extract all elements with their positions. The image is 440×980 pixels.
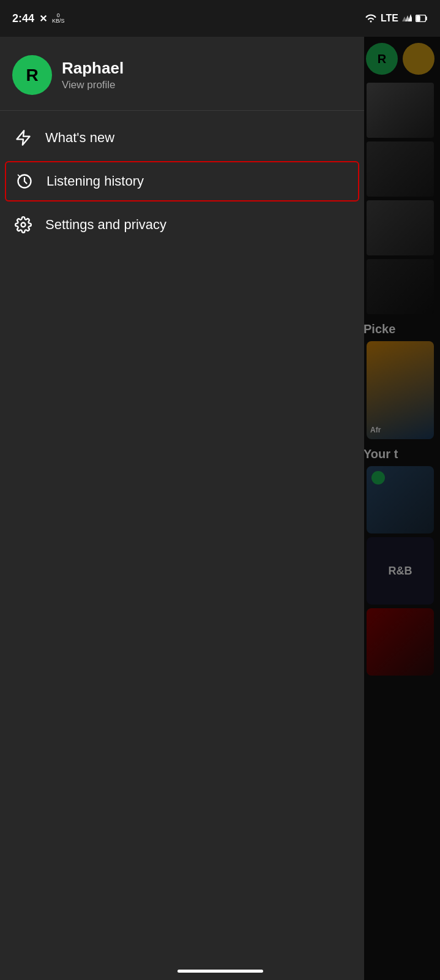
bg-album-card-2: [367, 141, 434, 197]
bg-album-card-4: [367, 259, 434, 314]
whats-new-label: What's new: [45, 130, 114, 146]
drawer-panel: R Raphael View profile What's new: [0, 37, 364, 980]
bg-yourtop-label: Your t: [360, 441, 401, 464]
bg-avatar-row: R: [360, 37, 440, 81]
bg-lana-card: [367, 608, 434, 676]
main-container: R Picke Afr Your t R: [0, 37, 440, 980]
profile-section[interactable]: R Raphael View profile: [0, 37, 364, 111]
svg-marker-3: [408, 14, 412, 21]
bg-album-card-1: [367, 83, 434, 138]
profile-name: Raphael: [62, 59, 124, 78]
status-right: LTE: [365, 13, 428, 24]
bg-avatar-yellow: [403, 43, 434, 75]
battery-icon: [416, 13, 428, 24]
menu-item-settings-privacy[interactable]: Settings and privacy: [0, 204, 364, 246]
history-icon: [15, 172, 34, 191]
svg-rect-5: [417, 16, 420, 21]
lightning-icon: [13, 128, 33, 148]
menu-item-listening-history[interactable]: Listening history: [5, 161, 359, 202]
bg-right-panel: R Picke Afr Your t R: [360, 37, 440, 980]
bg-large-afro-card: Afr: [367, 341, 434, 439]
bg-avatar-green: R: [366, 43, 398, 75]
status-bar: 2:44 ✕ 0 KB/S LTE: [0, 0, 440, 37]
lte-label: LTE: [381, 13, 398, 24]
bg-rnb-card: R&B: [367, 537, 434, 605]
signal-icon: [402, 13, 412, 24]
svg-point-0: [370, 20, 371, 22]
status-left: 2:44 ✕ 0 KB/S: [12, 12, 65, 25]
status-time: 2:44: [12, 12, 34, 25]
gear-icon: [13, 215, 33, 235]
wifi-icon: [365, 13, 377, 24]
x-icon: ✕: [39, 13, 47, 24]
bg-podcast-card: [367, 466, 434, 533]
avatar: R: [12, 55, 52, 95]
status-kb: 0 KB/S: [52, 13, 65, 24]
svg-point-7: [21, 223, 26, 227]
home-indicator: [177, 970, 263, 973]
bg-spotify-dot: [371, 471, 385, 484]
settings-privacy-label: Settings and privacy: [45, 217, 166, 233]
bg-rnb-label: R&B: [389, 565, 412, 578]
listening-history-label: Listening history: [47, 173, 144, 189]
bg-picks-label: Picke: [360, 316, 398, 339]
bg-album-card-3: [367, 200, 434, 255]
bg-afro-label: Afr: [370, 426, 381, 434]
menu-list: What's new Listening history: [0, 111, 364, 252]
menu-item-whats-new[interactable]: What's new: [0, 117, 364, 159]
view-profile-link[interactable]: View profile: [62, 79, 124, 91]
profile-info: Raphael View profile: [62, 59, 124, 91]
